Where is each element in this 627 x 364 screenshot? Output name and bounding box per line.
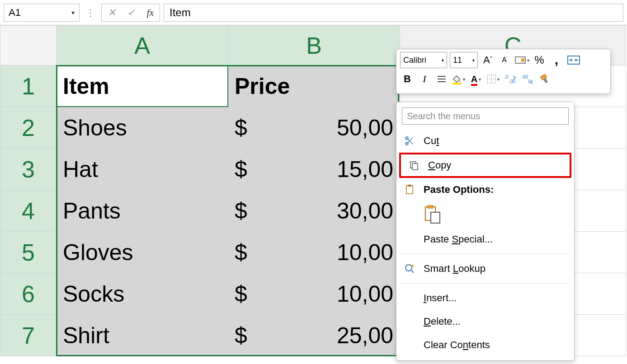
- select-all-corner[interactable]: [0, 26, 57, 65]
- svg-rect-14: [406, 186, 413, 194]
- chevron-down-icon: ▾: [71, 9, 75, 16]
- clear-contents-menu-item[interactable]: Clear Contents: [396, 333, 574, 357]
- chevron-down-icon: ▾: [497, 77, 500, 82]
- fill-color-icon: [453, 75, 462, 83]
- column-header-b[interactable]: B: [228, 26, 400, 65]
- cell-a2[interactable]: Shoes: [57, 107, 228, 149]
- formula-buttons: ✕ ✓ fx: [101, 4, 160, 22]
- currency-symbol: $: [235, 115, 247, 141]
- formula-input[interactable]: Item: [164, 4, 623, 22]
- price-value: 50,00: [337, 115, 393, 141]
- smart-lookup-menu-item[interactable]: Smart Lookup: [396, 257, 574, 280]
- context-menu: Search the menus Cut Copy Paste Options:…: [396, 102, 575, 361]
- format-painter-icon: [537, 72, 552, 86]
- bold-button[interactable]: B: [400, 71, 415, 87]
- delete-menu-item[interactable]: Delete...: [396, 310, 574, 333]
- copy-highlight: Copy: [399, 153, 571, 178]
- enter-icon[interactable]: ✓: [127, 7, 135, 19]
- comma-style-button[interactable]: ,: [549, 52, 564, 68]
- cell-a5[interactable]: Gloves: [57, 232, 228, 273]
- merge-center-button[interactable]: [566, 52, 581, 68]
- cell-b2[interactable]: $50,00: [228, 107, 400, 149]
- cell-a7[interactable]: Shirt: [57, 315, 228, 356]
- price-value: 15,00: [337, 156, 393, 182]
- separator-icon: ⋮: [86, 7, 95, 18]
- font-name-select[interactable]: Calibri ▾: [400, 52, 447, 68]
- borders-icon: [487, 75, 496, 84]
- italic-button[interactable]: I: [417, 71, 432, 87]
- price-value: 10,00: [337, 239, 393, 266]
- row-header[interactable]: 5: [0, 232, 57, 273]
- cell-a6[interactable]: Socks: [57, 273, 228, 315]
- increase-decimal-icon: .0.00: [504, 74, 516, 84]
- align-button[interactable]: [434, 71, 449, 87]
- row-header[interactable]: 6: [0, 273, 57, 315]
- svg-rect-1: [521, 58, 524, 62]
- cell-a1[interactable]: Item: [57, 65, 228, 107]
- menu-separator: [401, 254, 570, 254]
- row-header[interactable]: 7: [0, 315, 57, 356]
- price-value: 25,00: [337, 322, 393, 349]
- paste-special-label: Paste Special...: [424, 233, 567, 245]
- currency-symbol: $: [235, 281, 247, 307]
- price-value: 30,00: [337, 198, 393, 224]
- name-box[interactable]: A1 ▾: [4, 4, 80, 22]
- increase-decimal-button[interactable]: .0.00: [503, 71, 518, 87]
- cell-b3[interactable]: $15,00: [228, 149, 400, 190]
- svg-text:.0: .0: [504, 75, 509, 79]
- decrease-font-button[interactable]: Aˇ: [498, 52, 512, 68]
- row-header[interactable]: 1: [0, 65, 57, 107]
- formula-input-value: Item: [170, 6, 191, 19]
- row-header[interactable]: 2: [0, 107, 57, 149]
- menu-search-placeholder: Search the menus: [407, 111, 480, 121]
- cell-b5[interactable]: $10,00: [228, 232, 400, 273]
- cut-menu-item[interactable]: Cut: [396, 129, 574, 153]
- currency-symbol: $: [235, 322, 247, 349]
- mini-toolbar: Calibri ▾ 11 ▾ A^ Aˇ ▾ % , B I ▾: [396, 49, 611, 94]
- font-color-button[interactable]: A ▾: [469, 71, 483, 87]
- formula-bar: A1 ▾ ⋮ ✕ ✓ fx Item: [0, 0, 627, 25]
- menu-search-input[interactable]: Search the menus: [402, 107, 569, 125]
- row-header[interactable]: 3: [0, 149, 57, 190]
- chevron-down-icon: ▾: [479, 77, 481, 82]
- chevron-down-icon: ▾: [442, 58, 444, 63]
- menu-separator: [401, 283, 570, 284]
- cell-b4[interactable]: $30,00: [228, 190, 400, 232]
- paste-special-menu-item[interactable]: Paste Special...: [396, 228, 574, 251]
- fill-color-button[interactable]: ▾: [452, 71, 466, 87]
- currency-symbol: $: [235, 156, 247, 182]
- decrease at-decimal-button[interactable]: .00.0: [520, 71, 535, 87]
- svg-text:.00: .00: [509, 79, 515, 84]
- merge-icon: [567, 56, 580, 65]
- cell-a4[interactable]: Pants: [57, 190, 228, 232]
- fx-icon[interactable]: fx: [146, 7, 154, 19]
- clipboard-icon: [404, 184, 415, 195]
- insert-label: Insert...: [424, 292, 567, 304]
- cell-b6[interactable]: $10,00: [228, 273, 400, 315]
- chevron-down-icon: ▾: [472, 58, 475, 63]
- cell-a3[interactable]: Hat: [57, 149, 228, 190]
- font-size-value: 11: [453, 56, 462, 65]
- row-header[interactable]: 4: [0, 190, 57, 232]
- scissors-icon: [404, 136, 415, 146]
- format-painter-button[interactable]: [537, 71, 552, 87]
- currency-symbol: $: [235, 198, 247, 224]
- percent-button[interactable]: %: [532, 52, 547, 68]
- paste-option-button[interactable]: [424, 205, 574, 224]
- insert-menu-item[interactable]: Insert...: [396, 286, 574, 310]
- cell-b1[interactable]: Price: [228, 65, 400, 107]
- svg-point-19: [405, 265, 412, 271]
- accounting-format-button[interactable]: ▾: [515, 52, 529, 68]
- svg-rect-17: [428, 205, 433, 208]
- copy-menu-item[interactable]: Copy: [401, 154, 570, 176]
- increase-font-button[interactable]: A^: [481, 52, 495, 68]
- font-name-value: Calibri: [403, 56, 426, 65]
- cancel-icon[interactable]: ✕: [108, 7, 116, 19]
- font-size-select[interactable]: 11 ▾: [450, 52, 478, 68]
- borders-button[interactable]: ▾: [486, 71, 500, 87]
- font-color-icon: A: [471, 74, 477, 84]
- clear-contents-label: Clear Contents: [424, 339, 567, 351]
- paste-options-label: Paste Options:: [424, 184, 567, 196]
- cell-b7[interactable]: $25,00: [228, 315, 400, 356]
- column-header-a[interactable]: A: [57, 26, 228, 65]
